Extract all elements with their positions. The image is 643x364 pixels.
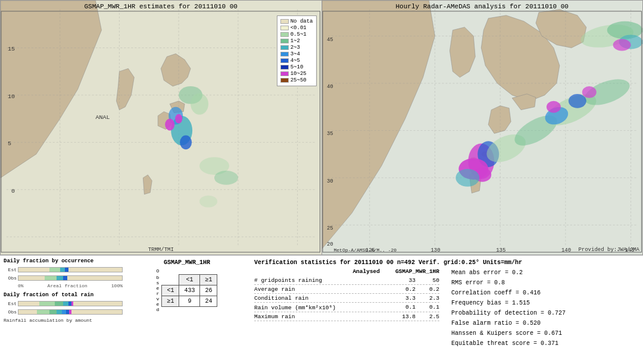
svg-point-26 [214,171,238,185]
col-header-analysed: Analysed [352,268,380,275]
est-rain-bar [18,301,123,306]
stats-panel: Verification statistics for 20111010 00 … [251,258,639,362]
left-map-title: GSMAP_MWR_1HR estimates for 20111010 00 [1,3,322,10]
svg-text:0: 0 [11,188,15,194]
chart-title-occurrence: Daily fraction by occurrence [4,258,123,264]
cell-lt1-ge1: 26 [200,285,217,296]
stats-left: Analysed GSMAP_MWR_1HR # gridpoints rain… [254,268,439,349]
legend-item-2-3: 2~3 [280,45,313,51]
svg-point-71 [613,39,630,51]
right-map-panel: Hourly Radar-AMeDAS analysis for 2011101… [322,0,644,255]
stats-title: Verification statistics for 20111010 00 … [254,259,636,266]
right-stat-7: Equitable threat score = 0.371 [451,339,636,349]
left-map-panel: GSMAP_MWR_1HR estimates for 20111010 00 [0,0,322,255]
row-header-ge1: ≥1 [162,296,179,306]
svg-text:15: 15 [8,46,15,52]
col-headers: Analysed GSMAP_MWR_1HR [254,268,439,275]
right-map-bottom-label: MetOp-A/AMSU-A/M.. -20 [334,247,397,253]
cell-lt1-lt1: 433 [179,285,200,296]
svg-point-67 [582,86,596,98]
obs-label-1: Obs [4,275,17,281]
right-map-title: Hourly Radar-AMeDAS analysis for 2011101… [322,3,643,10]
svg-text:45: 45 [326,37,333,43]
svg-point-21 [165,119,174,131]
svg-point-66 [546,101,560,113]
svg-text:35: 35 [326,131,333,137]
cell-ge1-ge1: 24 [200,296,217,306]
svg-text:40: 40 [326,84,333,90]
legend-item-lt001: <0.01 [280,25,313,31]
main-container: GSMAP_MWR_1HR estimates for 20111010 00 [0,0,643,364]
svg-text:10: 10 [8,93,15,100]
legend-box: No data <0.01 0.5~1 1~2 2~3 [277,15,317,86]
row-header-lt1: <1 [162,285,179,296]
contingency-panel: GSMAP_MWR_1HR O b s e r v e d <1 [127,258,246,362]
est-label-2: Est [4,301,17,306]
stats-row-1: Average rain 0.2 0.2 [254,285,439,294]
svg-text:140: 140 [561,247,570,253]
col-header-ge1: ≥1 [200,274,217,285]
charts-panel: Daily fraction by occurrence Est Obs [4,258,123,362]
maps-row: GSMAP_MWR_1HR estimates for 20111010 00 [0,0,643,256]
legend-item-4-5: 4~5 [280,58,313,64]
legend-item-5-10: 5~10 [280,64,313,70]
obs-occurrence-row: Obs [4,275,123,281]
svg-point-59 [455,169,479,187]
stats-row-3: Rain volume (mm*km²x10⁶) 0.1 0.1 [254,303,439,312]
obs-rain-row: Obs [4,309,123,315]
legend-item-10-25: 10~25 [280,71,313,77]
left-map-svg: 15 10 5 0 ANAL [1,1,322,255]
stats-row-4: Maximum rain 13.8 2.5 [254,313,439,321]
stats-row-2: Conditional rain 3.3 2.3 [254,294,439,303]
rainfall-label: Rainfall accumulation by amount [4,318,123,323]
right-stat-0: Mean abs error = 0.2 [451,268,636,278]
est-occurrence-row: Est [4,266,123,272]
svg-text:ANAL: ANAL [96,114,110,121]
svg-text:5: 5 [8,140,11,147]
right-stat-6: Hanssen & Kuipers score = 0.671 [451,329,636,338]
obs-side-label: O b s e r v e d [157,268,160,312]
svg-point-20 [180,135,192,149]
left-map-bottom-label: TRMM/TMI [148,247,174,253]
svg-text:135: 135 [496,247,505,253]
svg-point-22 [175,114,182,124]
right-stat-4: Probability of detection = 0.727 [451,309,636,318]
contingency-table: <1 ≥1 <1 433 26 ≥1 9 24 [161,274,217,307]
stats-right: Mean abs error = 0.2 RMS error = 0.8 Cor… [451,268,636,349]
legend-item-05-1: 0.5~1 [280,32,313,37]
obs-rain-bar [18,309,123,315]
est-occurrence-bar [18,267,123,272]
legend-item-3-4: 3~4 [280,51,313,57]
col-header-lt1: <1 [179,274,200,285]
svg-point-27 [199,196,217,208]
contingency-wrapper: O b s e r v e d <1 ≥1 <1 [157,268,218,312]
right-stat-1: RMS error = 0.8 [451,278,636,288]
svg-text:30: 30 [326,178,333,184]
svg-point-24 [191,93,208,115]
est-rain-row: Est [4,300,123,306]
svg-text:130: 130 [430,247,440,253]
bar-axis-1: 0% Areal fraction 100% [4,283,123,288]
right-stat-5: False alarm ratio = 0.520 [451,319,636,328]
chart-title-rain: Daily fraction of total rain [4,292,123,298]
legend-item-1-2: 1~2 [280,38,313,44]
svg-text:20: 20 [326,241,333,247]
svg-text:25: 25 [326,225,333,231]
col-header-gsmap: GSMAP_MWR_1HR [386,268,439,275]
legend-item-25-50: 25~50 [280,77,313,83]
obs-occurrence-bar [18,275,123,281]
contingency-title: GSMAP_MWR_1HR [164,259,210,266]
cell-ge1-lt1: 9 [179,296,200,306]
right-map-svg: 45 40 35 30 25 20 125 130 135 140 145 [322,1,643,255]
bottom-row: Daily fraction by occurrence Est Obs [0,256,643,364]
map-provided-label: Provided by:JWA/JMA [578,247,639,253]
right-stat-3: Frequency bias = 1.515 [451,299,636,308]
obs-label-2: Obs [4,309,17,315]
svg-point-65 [568,94,586,108]
legend-item-nodata: No data [280,18,313,24]
est-label-1: Est [4,267,17,272]
stats-row-0: # gridpoints raining 33 50 [254,277,439,285]
right-stat-2: Correlation coeff = 0.416 [451,288,636,298]
stats-grid: Analysed GSMAP_MWR_1HR # gridpoints rain… [254,268,636,349]
